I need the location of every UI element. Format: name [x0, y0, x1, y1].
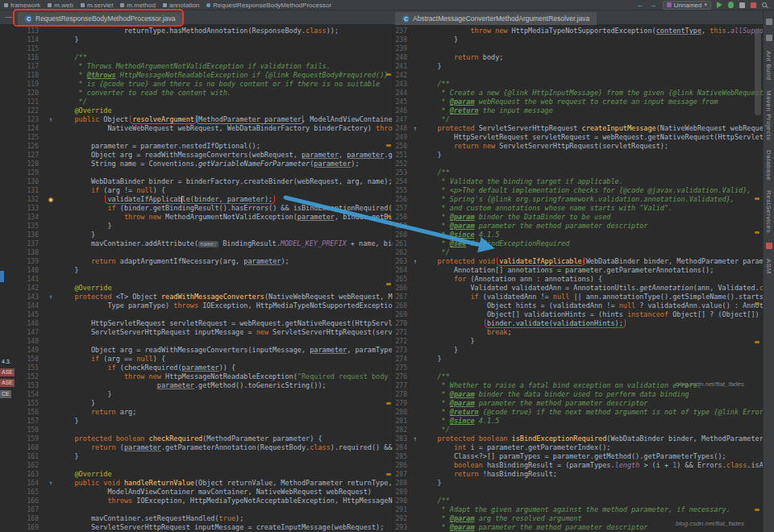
code-line[interactable]: 168 mavContainer.setRequestHandled(true)…: [0, 514, 393, 523]
line-number[interactable]: 257: [393, 204, 410, 213]
code-line[interactable]: 124 NativeWebRequest webRequest, WebData…: [0, 124, 393, 133]
line-number[interactable]: 148: [0, 337, 44, 346]
line-number[interactable]: 287: [393, 470, 410, 479]
line-number[interactable]: 137: [0, 239, 44, 248]
code-line[interactable]: 141: [0, 275, 393, 284]
line-number[interactable]: 142: [0, 284, 44, 293]
line-number[interactable]: 263: [393, 257, 410, 266]
line-number[interactable]: 252: [393, 160, 410, 168]
line-number[interactable]: 286: [393, 461, 410, 470]
line-number[interactable]: 160: [0, 443, 44, 452]
line-number[interactable]: 165: [0, 488, 44, 497]
code-line[interactable]: 127 Object arg = readWithMessageConverte…: [0, 151, 393, 160]
code-line[interactable]: 256 * Spring's {@link org.springframewor…: [393, 195, 763, 204]
code-line[interactable]: 151 if (checkRequired(parameter)) {: [0, 364, 393, 372]
line-number[interactable]: 243: [393, 80, 410, 89]
line-number[interactable]: 163: [0, 470, 44, 479]
line-number[interactable]: 273: [393, 346, 410, 355]
search-icon[interactable]: [762, 2, 767, 7]
code-line[interactable]: 269 Object[] validationHints = (hints in…: [393, 310, 763, 319]
code-line[interactable]: 291 * Adapt the given argument against t…: [393, 505, 763, 514]
code-line[interactable]: 118 * @throws HttpMessageNotReadableExce…: [0, 71, 393, 80]
code-line[interactable]: 290 /**: [393, 497, 763, 505]
code-line[interactable]: 113 returnType.hasMethodAnnotation(Respo…: [0, 27, 393, 35]
line-number[interactable]: 293: [393, 523, 410, 532]
code-line[interactable]: 122 @Override: [0, 106, 393, 115]
line-number[interactable]: 283: [393, 434, 410, 443]
line-number[interactable]: 158: [0, 426, 44, 434]
line-number[interactable]: 250: [393, 142, 410, 151]
code-line[interactable]: 244 * Create a new {@link HttpInputMessa…: [393, 89, 763, 98]
code-line[interactable]: 262 */: [393, 248, 763, 257]
line-number[interactable]: 269: [393, 310, 410, 319]
line-number[interactable]: 253: [393, 168, 410, 177]
line-number[interactable]: 272: [393, 337, 410, 346]
code-line[interactable]: 242: [393, 71, 763, 80]
code-line[interactable]: 150 if (arg == null) {: [0, 355, 393, 364]
code-line[interactable]: 281 * @since 4.1.5: [393, 417, 763, 426]
line-number[interactable]: 259: [393, 222, 410, 231]
code-line[interactable]: 161 }: [0, 452, 393, 461]
code-line[interactable]: 264 Annotation[] annotations = parameter…: [393, 266, 763, 275]
line-number[interactable]: 121: [0, 98, 44, 106]
line-number[interactable]: 147: [0, 328, 44, 337]
code-line[interactable]: 270 binder.validate(validationHints);: [393, 319, 763, 328]
code-line[interactable]: 132 validateIfApplicable(binder, paramet…: [0, 195, 393, 204]
code-line[interactable]: 239: [393, 44, 763, 53]
line-number[interactable]: 240: [393, 53, 410, 62]
breadcrumb-item[interactable]: framework: [4, 2, 40, 9]
line-number[interactable]: 256: [393, 195, 410, 204]
code-line[interactable]: 125: [0, 133, 393, 142]
forward-icon[interactable]: →: [650, 0, 657, 10]
line-number[interactable]: 248: [393, 124, 410, 133]
code-line[interactable]: 146 HttpServletRequest servletRequest = …: [0, 319, 393, 328]
line-number[interactable]: 260: [393, 231, 410, 239]
line-number[interactable]: 135: [0, 222, 44, 231]
code-line[interactable]: 240 return body;: [393, 53, 763, 62]
code-line[interactable]: 157 }: [0, 417, 393, 426]
code-line[interactable]: 278 * @param binder the data binder used…: [393, 390, 763, 399]
line-number[interactable]: 275: [393, 364, 410, 372]
line-number[interactable]: 133: [0, 204, 44, 213]
code-line[interactable]: 272 }: [393, 337, 763, 346]
line-number[interactable]: 125: [0, 133, 44, 142]
code-line[interactable]: 137 mavContainer.addAttribute(name: Bind…: [0, 239, 393, 248]
line-number[interactable]: 128: [0, 160, 44, 168]
line-number[interactable]: 264: [393, 266, 410, 275]
breadcrumb-item[interactable]: m.servlet: [81, 2, 113, 9]
code-line[interactable]: 266 Validated validatedAnn = AnnotationU…: [393, 284, 763, 293]
code-line[interactable]: 279 * @param parameter the method parame…: [393, 399, 763, 408]
line-number[interactable]: 254: [393, 177, 410, 186]
line-number[interactable]: 251: [393, 151, 410, 160]
line-number[interactable]: 237: [393, 27, 410, 35]
line-number[interactable]: 238: [393, 35, 410, 44]
code-line[interactable]: 241 }: [393, 62, 763, 71]
code-line[interactable]: 252: [393, 160, 763, 168]
code-line[interactable]: 268 Object hints = (validatedAnn != null…: [393, 301, 763, 310]
tab-request-response-body-method-processor[interactable]: C RequestResponseBodyMethodProcessor.jav…: [18, 12, 182, 25]
code-line[interactable]: 246 * @return the input message: [393, 106, 763, 115]
stripe-icon-top2[interactable]: [766, 35, 772, 41]
code-line[interactable]: 289: [393, 488, 763, 497]
code-line[interactable]: 135 }: [0, 222, 393, 231]
line-number[interactable]: 258: [393, 213, 410, 222]
line-number[interactable]: 271: [393, 328, 410, 337]
code-line[interactable]: 286 boolean hasBindingResult = (paramTyp…: [393, 461, 763, 470]
line-number[interactable]: 134: [0, 213, 44, 222]
code-line[interactable]: 265 for (Annotation ann : annotations) {: [393, 275, 763, 284]
code-line[interactable]: 114 }: [0, 35, 393, 44]
code-line[interactable]: 257 * and custom annotations whose name …: [393, 204, 763, 213]
code-line[interactable]: 167: [0, 505, 393, 514]
code-line[interactable]: 136 }: [0, 231, 393, 239]
code-line[interactable]: 143↑ protected <T> Object readWithMessag…: [0, 293, 393, 301]
code-line[interactable]: 255 * <p>The default implementation chec…: [393, 186, 763, 195]
code-line[interactable]: 169 ServletServerHttpRequest inputMessag…: [0, 523, 393, 532]
code-line[interactable]: 164↑ public void handleReturnValue(Objec…: [0, 479, 393, 488]
line-number[interactable]: 239: [393, 44, 410, 53]
code-line[interactable]: 121 */: [0, 98, 393, 106]
line-number[interactable]: 247: [393, 115, 410, 124]
coverage-icon[interactable]: [739, 2, 745, 8]
code-line[interactable]: 149 Object arg = readWithMessageConverte…: [0, 346, 393, 355]
code-line[interactable]: 166 throws IOException, HttpMediaTypeNot…: [0, 497, 393, 505]
line-number[interactable]: 242: [393, 71, 410, 80]
